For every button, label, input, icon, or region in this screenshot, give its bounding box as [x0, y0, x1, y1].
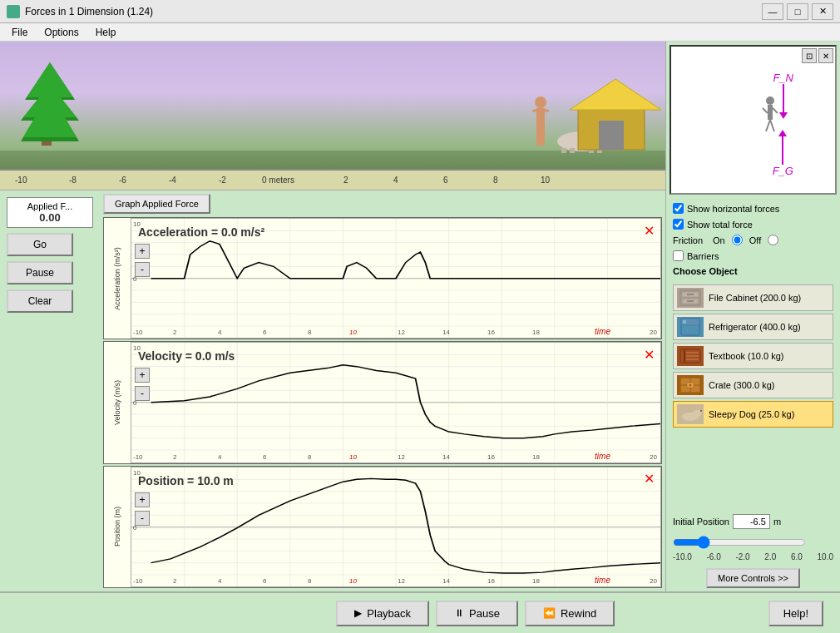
playback-button[interactable]: ▶ Playback	[336, 601, 429, 626]
friction-on-label: On	[713, 235, 725, 245]
menu-file[interactable]: File	[3, 25, 36, 40]
position-graph-close[interactable]: ✕	[640, 470, 658, 488]
applied-force-label: Applied F...	[11, 201, 89, 211]
ruler-label-neg6: -6	[119, 176, 126, 185]
applied-force-display: Applied F... 0.00	[7, 197, 93, 228]
pause-playback-button[interactable]: ⏸ Pause	[436, 601, 518, 626]
graphs-area: Graph Applied Force Acceleration (m/s²)	[100, 190, 665, 591]
go-button[interactable]: Go	[7, 233, 73, 256]
pos-zoom-in[interactable]: +	[135, 492, 150, 507]
show-total-force-label: Show total force	[687, 220, 753, 230]
svg-line-76	[773, 108, 778, 113]
svg-rect-18	[599, 121, 624, 150]
ruler-label-neg10: -10	[15, 176, 27, 185]
slider-label-6: 6.0	[791, 552, 803, 561]
friction-on-radio[interactable]	[732, 235, 743, 245]
svg-point-3	[535, 96, 546, 108]
crate-label: Crate (300.0 kg)	[709, 380, 774, 390]
fn-arrow-line	[783, 84, 784, 113]
svg-line-77	[766, 120, 770, 131]
pause-button[interactable]: Pause	[7, 261, 73, 284]
window-title: Forces in 1 Dimension (1.24)	[25, 6, 762, 17]
force-diagram-button1[interactable]: ⊡	[802, 48, 817, 63]
svg-point-96	[689, 384, 692, 387]
force-diagram-close[interactable]: ✕	[818, 48, 833, 63]
pos-zoom-out[interactable]: -	[135, 511, 150, 526]
svg-point-100	[700, 410, 702, 412]
svg-marker-17	[570, 79, 661, 110]
playback-bar: ▶ Playback ⏸ Pause ⏪ Rewind Help!	[0, 591, 840, 633]
fg-arrow-line	[782, 136, 783, 165]
menu-help[interactable]: Help	[87, 25, 125, 40]
svg-line-75	[763, 108, 768, 113]
left-controls: Applied F... 0.00 Go Pause Clear	[0, 190, 100, 591]
applied-force-value: 0.00	[11, 211, 89, 224]
acceleration-graph: Acceleration (m/s²)	[103, 217, 662, 339]
force-diagram: ⊡ ✕ F_N F_G	[670, 45, 837, 195]
friction-off-radio[interactable]	[768, 235, 778, 245]
choose-object-label: Choose Object	[673, 266, 833, 276]
minimize-button[interactable]: —	[762, 3, 783, 20]
initial-position-input[interactable]	[733, 514, 770, 529]
more-controls-button[interactable]: More Controls >>	[706, 568, 800, 588]
title-bar: Forces in 1 Dimension (1.24) — □ ✕	[0, 0, 840, 23]
ruler-label-neg2: -2	[219, 176, 226, 185]
object-crate[interactable]: Crate (300.0 kg)	[673, 372, 833, 398]
app-icon	[7, 5, 20, 18]
initial-position-row: Initial Position m	[673, 514, 833, 529]
acceleration-x-label: time	[595, 327, 610, 336]
initial-position-section: Initial Position m -10.0 -6.0 -2.0 2.0 6…	[666, 507, 840, 565]
svg-point-73	[766, 96, 774, 105]
svg-rect-7	[536, 129, 541, 146]
ruler-label-neg4: -4	[169, 176, 176, 185]
clear-button[interactable]: Clear	[7, 289, 73, 313]
playback-play-icon: ▶	[354, 607, 362, 619]
vel-zoom-in[interactable]: +	[135, 368, 150, 383]
object-file-cabinet[interactable]: File Cabinet (200.0 kg)	[673, 284, 833, 311]
right-panel: ⊡ ✕ F_N F_G	[665, 42, 840, 591]
content-row: Applied F... 0.00 Go Pause Clear Graph A…	[0, 190, 665, 591]
tree-decoration	[17, 54, 83, 154]
help-button[interactable]: Help!	[768, 601, 823, 626]
acceleration-graph-close[interactable]: ✕	[640, 221, 658, 240]
vel-zoom-out[interactable]: -	[135, 386, 150, 401]
pause-playback-label: Pause	[469, 607, 500, 620]
textbook-label: Textbook (10.0 kg)	[709, 351, 784, 361]
fn-label: F_N	[773, 72, 793, 84]
initial-position-slider[interactable]	[673, 536, 806, 549]
rewind-button[interactable]: ⏪ Rewind	[525, 601, 615, 626]
house-structure	[570, 75, 661, 154]
svg-rect-12	[561, 148, 566, 153]
accel-zoom-in[interactable]: +	[135, 244, 150, 259]
position-graph: Position (m)	[103, 466, 662, 588]
playback-controls: ▶ Playback ⏸ Pause ⏪ Rewind	[336, 601, 615, 626]
barriers-row: Barriers	[673, 250, 833, 261]
slider-label-neg2: -2.0	[735, 552, 749, 561]
position-y-label: Position (m)	[113, 507, 121, 546]
show-horizontal-forces-row: Show horizontal forces	[673, 203, 833, 214]
show-horizontal-forces-checkbox[interactable]	[673, 203, 684, 214]
svg-rect-88	[684, 349, 685, 363]
acceleration-graph-svg	[131, 219, 660, 338]
barriers-label: Barriers	[687, 251, 719, 261]
sleepy-dog-icon	[677, 404, 704, 424]
object-textbook[interactable]: Textbook (10.0 kg)	[673, 343, 833, 369]
slider-label-2: 2.0	[764, 552, 776, 561]
menu-bar: File Options Help	[0, 23, 840, 42]
maximize-button[interactable]: □	[787, 3, 808, 20]
close-button[interactable]: ✕	[812, 3, 833, 20]
velocity-y-label: Velocity (m/s)	[113, 380, 121, 425]
barriers-checkbox[interactable]	[673, 250, 684, 261]
show-total-force-checkbox[interactable]	[673, 219, 684, 230]
menu-options[interactable]: Options	[36, 25, 86, 40]
svg-rect-83	[687, 300, 694, 302]
objects-section: File Cabinet (200.0 kg) Refrigerator (40…	[666, 281, 840, 507]
velocity-graph-close[interactable]: ✕	[640, 345, 658, 363]
accel-zoom-out[interactable]: -	[135, 262, 150, 277]
ruler-label-0: 0 meters	[262, 176, 294, 185]
object-sleepy-dog[interactable]: Sleepy Dog (25.0 kg)	[673, 401, 833, 428]
show-total-force-row: Show total force	[673, 219, 833, 230]
graph-applied-force-button[interactable]: Graph Applied Force	[103, 194, 210, 214]
main-container: -10 -8 -6 -4 -2 0 meters 2 4 6 8 10 Appl…	[0, 42, 840, 591]
object-refrigerator[interactable]: Refrigerator (400.0 kg)	[673, 314, 833, 340]
